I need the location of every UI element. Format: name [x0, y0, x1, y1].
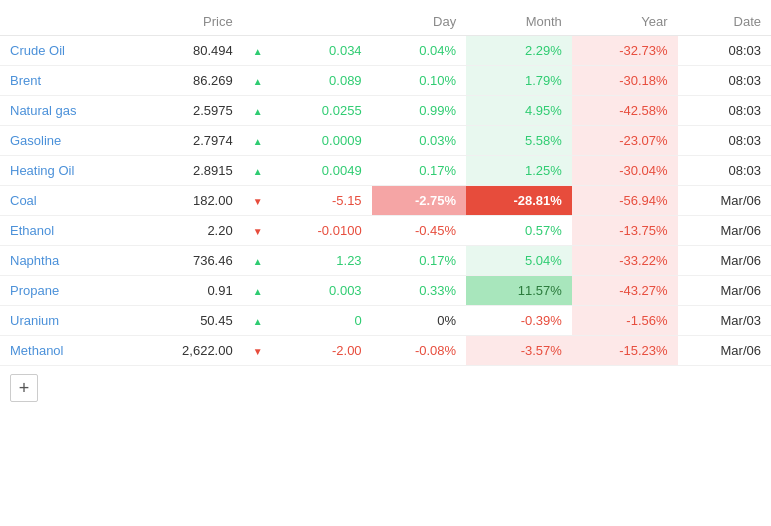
header-change [273, 8, 372, 36]
commodity-arrow: ▲ [243, 126, 273, 156]
commodity-month: -28.81% [466, 186, 572, 216]
header-name [0, 8, 134, 36]
commodity-price: 2,622.00 [134, 336, 243, 366]
table-row: Ethanol2.20▼-0.0100-0.45%0.57%-13.75%Mar… [0, 216, 771, 246]
commodity-day: 0% [372, 306, 467, 336]
commodity-change-value: 0.0255 [273, 96, 372, 126]
commodity-year: -56.94% [572, 186, 678, 216]
table-row: Crude Oil80.494▲0.0340.04%2.29%-32.73%08… [0, 36, 771, 66]
commodity-year: -42.58% [572, 96, 678, 126]
down-arrow-icon: ▼ [253, 346, 263, 357]
commodity-name[interactable]: Heating Oil [0, 156, 134, 186]
commodity-change-value: -2.00 [273, 336, 372, 366]
commodity-change-value: 0.0049 [273, 156, 372, 186]
commodity-date: 08:03 [678, 96, 771, 126]
commodity-month: -0.39% [466, 306, 572, 336]
up-arrow-icon: ▲ [253, 76, 263, 87]
commodity-arrow: ▼ [243, 186, 273, 216]
commodity-arrow: ▲ [243, 246, 273, 276]
commodity-year: -30.18% [572, 66, 678, 96]
commodities-table-container: Price Day Month Year Date Crude Oil80.49… [0, 0, 771, 418]
commodity-name[interactable]: Propane [0, 276, 134, 306]
up-arrow-icon: ▲ [253, 46, 263, 57]
commodity-day: 0.17% [372, 246, 467, 276]
commodity-name[interactable]: Uranium [0, 306, 134, 336]
commodity-year: -30.04% [572, 156, 678, 186]
commodity-year: -43.27% [572, 276, 678, 306]
commodity-name[interactable]: Ethanol [0, 216, 134, 246]
commodity-price: 2.8915 [134, 156, 243, 186]
commodity-change-value: -0.0100 [273, 216, 372, 246]
commodity-month: 1.79% [466, 66, 572, 96]
commodity-name[interactable]: Methanol [0, 336, 134, 366]
commodity-price: 80.494 [134, 36, 243, 66]
table-row: Coal182.00▼-5.15-2.75%-28.81%-56.94%Mar/… [0, 186, 771, 216]
up-arrow-icon: ▲ [253, 166, 263, 177]
commodity-date: Mar/06 [678, 216, 771, 246]
commodity-change-value: 0.034 [273, 36, 372, 66]
up-arrow-icon: ▲ [253, 316, 263, 327]
commodity-day: 0.04% [372, 36, 467, 66]
commodity-name[interactable]: Crude Oil [0, 36, 134, 66]
commodity-day: 0.10% [372, 66, 467, 96]
table-row: Uranium50.45▲00%-0.39%-1.56%Mar/03 [0, 306, 771, 336]
commodity-price: 736.46 [134, 246, 243, 276]
commodity-arrow: ▼ [243, 336, 273, 366]
commodity-year: -1.56% [572, 306, 678, 336]
commodity-day: 0.17% [372, 156, 467, 186]
commodity-arrow: ▲ [243, 306, 273, 336]
commodity-year: -32.73% [572, 36, 678, 66]
up-arrow-icon: ▲ [253, 256, 263, 267]
table-row: Naphtha736.46▲1.230.17%5.04%-33.22%Mar/0… [0, 246, 771, 276]
commodity-month: 1.25% [466, 156, 572, 186]
table-row: Heating Oil2.8915▲0.00490.17%1.25%-30.04… [0, 156, 771, 186]
commodity-month: 2.29% [466, 36, 572, 66]
commodity-arrow: ▲ [243, 276, 273, 306]
down-arrow-icon: ▼ [253, 226, 263, 237]
commodity-date: Mar/06 [678, 276, 771, 306]
header-date: Date [678, 8, 771, 36]
commodity-date: 08:03 [678, 36, 771, 66]
commodity-change-value: 0 [273, 306, 372, 336]
commodity-name[interactable]: Coal [0, 186, 134, 216]
up-arrow-icon: ▲ [253, 106, 263, 117]
commodity-change-value: 0.0009 [273, 126, 372, 156]
commodity-day: -0.08% [372, 336, 467, 366]
commodity-name[interactable]: Gasoline [0, 126, 134, 156]
commodity-name[interactable]: Natural gas [0, 96, 134, 126]
commodity-price: 2.7974 [134, 126, 243, 156]
commodity-date: 08:03 [678, 66, 771, 96]
commodity-date: Mar/06 [678, 186, 771, 216]
commodity-price: 50.45 [134, 306, 243, 336]
commodity-price: 86.269 [134, 66, 243, 96]
header-day: Day [372, 8, 467, 36]
commodity-change-value: -5.15 [273, 186, 372, 216]
commodity-arrow: ▲ [243, 96, 273, 126]
down-arrow-icon: ▼ [253, 196, 263, 207]
commodity-month: 4.95% [466, 96, 572, 126]
commodity-month: 0.57% [466, 216, 572, 246]
commodity-day: 0.33% [372, 276, 467, 306]
up-arrow-icon: ▲ [253, 136, 263, 147]
commodity-change-value: 0.003 [273, 276, 372, 306]
commodities-table: Price Day Month Year Date Crude Oil80.49… [0, 8, 771, 366]
commodity-year: -33.22% [572, 246, 678, 276]
commodity-change-value: 1.23 [273, 246, 372, 276]
add-row-button[interactable]: + [10, 374, 38, 402]
table-row: Brent86.269▲0.0890.10%1.79%-30.18%08:03 [0, 66, 771, 96]
up-arrow-icon: ▲ [253, 286, 263, 297]
commodity-year: -13.75% [572, 216, 678, 246]
commodity-year: -23.07% [572, 126, 678, 156]
table-row: Propane0.91▲0.0030.33%11.57%-43.27%Mar/0… [0, 276, 771, 306]
commodity-month: -3.57% [466, 336, 572, 366]
commodity-price: 0.91 [134, 276, 243, 306]
commodity-arrow: ▼ [243, 216, 273, 246]
commodity-price: 2.5975 [134, 96, 243, 126]
commodity-name[interactable]: Brent [0, 66, 134, 96]
header-month: Month [466, 8, 572, 36]
header-arrow [243, 8, 273, 36]
commodity-name[interactable]: Naphtha [0, 246, 134, 276]
commodity-price: 2.20 [134, 216, 243, 246]
table-row: Methanol2,622.00▼-2.00-0.08%-3.57%-15.23… [0, 336, 771, 366]
commodity-date: Mar/06 [678, 336, 771, 366]
